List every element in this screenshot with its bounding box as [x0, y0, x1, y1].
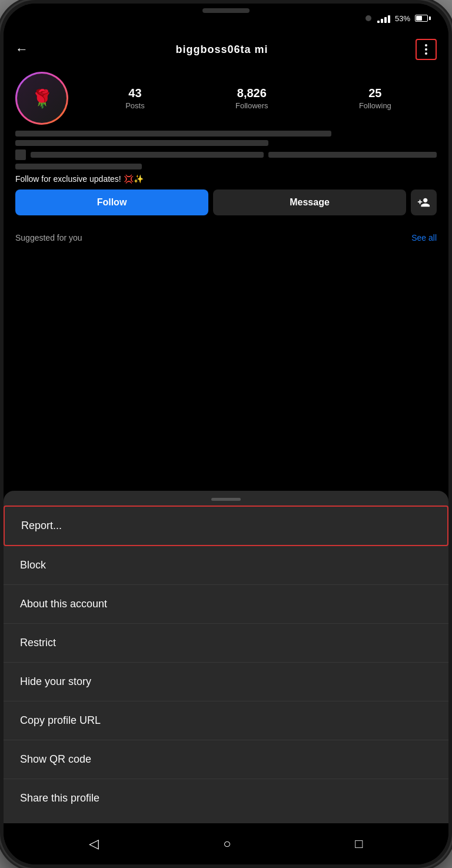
- followers-count: 8,826: [235, 87, 268, 100]
- notch: [202, 8, 250, 13]
- followers-stat[interactable]: 8,826 Followers: [235, 87, 268, 111]
- about-label: About this account: [20, 598, 107, 610]
- sheet-item-qr-code[interactable]: Show QR code: [4, 740, 448, 779]
- status-bar: 53%: [4, 4, 448, 33]
- hide-story-label: Hide your story: [20, 676, 91, 687]
- following-stat[interactable]: 25 Following: [359, 87, 391, 111]
- signal-bar-1: [377, 21, 380, 23]
- sheet-item-about[interactable]: About this account: [4, 585, 448, 624]
- signal-icon: [377, 14, 390, 23]
- copy-url-label: Copy profile URL: [20, 714, 101, 726]
- sheet-item-report[interactable]: Report...: [4, 505, 448, 546]
- sheet-item-hide-story[interactable]: Hide your story: [4, 663, 448, 701]
- avatar-image: 🌹: [17, 74, 67, 123]
- profile-username: biggboss06ta mi: [175, 44, 268, 56]
- app-content: ← biggboss06ta mi 🌹: [4, 33, 448, 823]
- suggested-label: Suggested for you: [15, 233, 82, 242]
- share-profile-label: Share this profile: [20, 792, 99, 804]
- restrict-label: Restrict: [20, 637, 56, 648]
- nav-bar: ◁ ○ □: [4, 823, 448, 864]
- back-nav-button[interactable]: ◁: [83, 830, 105, 857]
- screen: 53% ← biggboss06ta mi: [4, 4, 448, 864]
- sheet-item-copy-url[interactable]: Copy profile URL: [4, 701, 448, 740]
- profile-section: 🌹 43 Posts 8,826 Followers 25: [4, 66, 448, 227]
- bio-icon: [15, 149, 26, 160]
- recents-nav-button[interactable]: □: [349, 830, 368, 857]
- back-button[interactable]: ←: [15, 42, 28, 57]
- camera-dot: [365, 15, 371, 21]
- status-icons: 53%: [377, 14, 431, 23]
- bio-extra-1: [15, 149, 437, 160]
- sheet-item-block[interactable]: Block: [4, 546, 448, 585]
- more-options-button[interactable]: [416, 39, 437, 60]
- bio-line-3: [15, 164, 142, 169]
- sheet-item-restrict[interactable]: Restrict: [4, 624, 448, 663]
- bio-text-line-2: [268, 152, 437, 158]
- action-buttons: Follow Message: [15, 189, 437, 215]
- avatar[interactable]: 🌹: [15, 72, 68, 125]
- profile-stats: 43 Posts 8,826 Followers 25 Following: [80, 87, 437, 111]
- phone-shell: 53% ← biggboss06ta mi: [0, 0, 452, 868]
- following-count: 25: [359, 87, 391, 100]
- posts-label: Posts: [125, 101, 145, 110]
- sheet-item-share-profile[interactable]: Share this profile: [4, 779, 448, 817]
- report-label: Report...: [21, 520, 62, 531]
- battery-icon: [415, 15, 431, 22]
- signal-bar-2: [381, 19, 383, 23]
- battery-percent: 53%: [395, 14, 410, 23]
- see-all-button[interactable]: See all: [411, 233, 437, 242]
- bottom-sheet-overlay[interactable]: Report... Block About this account Restr…: [4, 245, 448, 823]
- avatar-inner: 🌹: [17, 74, 67, 123]
- posts-count: 43: [125, 87, 145, 100]
- profile-top: 🌹 43 Posts 8,826 Followers 25: [15, 72, 437, 125]
- sheet-handle: [211, 498, 241, 501]
- bottom-sheet: Report... Block About this account Restr…: [4, 491, 448, 823]
- bio-line-2: [15, 140, 268, 146]
- bio-line-1: [15, 131, 331, 137]
- three-dots-icon: [425, 44, 427, 55]
- top-nav: ← biggboss06ta mi: [4, 33, 448, 66]
- signal-bar-3: [384, 17, 387, 23]
- follow-button[interactable]: Follow: [15, 189, 208, 215]
- followers-label: Followers: [235, 101, 268, 110]
- following-label: Following: [359, 101, 391, 110]
- qr-code-label: Show QR code: [20, 753, 91, 765]
- posts-stat[interactable]: 43 Posts: [125, 87, 145, 111]
- home-nav-button[interactable]: ○: [217, 830, 237, 857]
- bio-follow-text: Follow for exclusive updates! 💢✨: [15, 174, 437, 184]
- bio-text-line-1: [31, 152, 264, 158]
- bio-section: Follow for exclusive updates! 💢✨: [15, 131, 437, 184]
- add-person-button[interactable]: [411, 189, 437, 215]
- suggested-bar: Suggested for you See all: [4, 227, 448, 245]
- message-button[interactable]: Message: [213, 189, 406, 215]
- add-person-icon: [417, 196, 430, 209]
- signal-bar-4: [388, 15, 390, 23]
- block-label: Block: [20, 559, 46, 571]
